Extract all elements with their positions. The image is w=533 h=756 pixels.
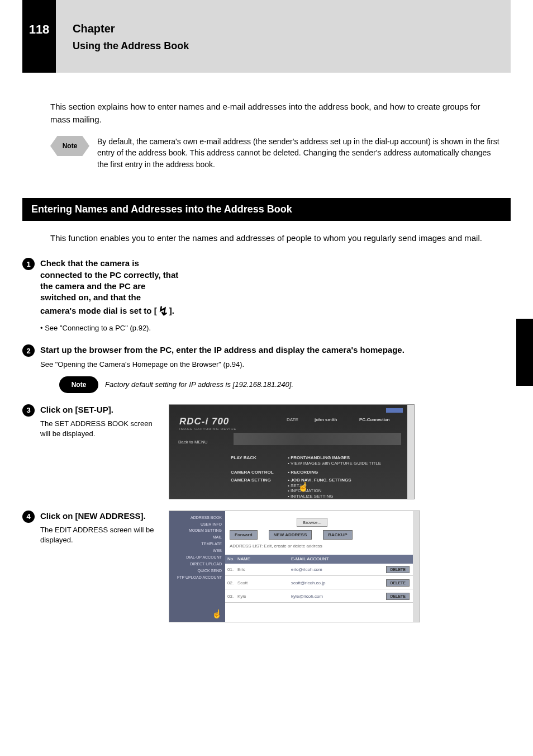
connect-mode-icon: ↯: [158, 304, 168, 318]
browse-button[interactable]: Browse...: [297, 518, 327, 527]
playback-link-2[interactable]: • VIEW IMAGES with CAPTURE GUIDE TITLE: [288, 461, 381, 466]
cell-name[interactable]: Eric: [237, 567, 291, 572]
sidebar-item-direct-upload[interactable]: DIRECT UPLOAD: [169, 561, 222, 568]
step-1-title: Check that the camera is connected to th…: [40, 258, 179, 320]
sidebar-item-mail[interactable]: MAIL: [169, 534, 222, 541]
delete-button[interactable]: DELETE: [386, 566, 410, 573]
sidebar-item-user-info[interactable]: USER INFO: [169, 521, 222, 528]
cell-email: eric@ricoh.com: [291, 567, 386, 572]
page-number: 118: [22, 22, 56, 37]
sidebar-item-template[interactable]: TEMPLATE: [169, 541, 222, 547]
scrollbar[interactable]: [407, 405, 414, 499]
pc-connection-link[interactable]: PC-Connection: [359, 417, 389, 422]
lang-badge: [386, 408, 403, 413]
sidebar-item-dialup-account[interactable]: DIAL-UP ACCOUNT: [169, 554, 222, 561]
chapter-subtitle: Using the Address Book: [73, 40, 189, 52]
backup-button[interactable]: BACKUP: [323, 530, 352, 540]
initialize-link[interactable]: INITIALIZE SETTING: [291, 494, 333, 499]
step-bullet-2: 2: [22, 344, 35, 357]
table-row: 02. Scott scott@ricoh.co.jp DELETE: [225, 577, 413, 589]
cursor-icon: ☝: [298, 481, 309, 492]
delete-button[interactable]: DELETE: [386, 593, 410, 600]
device-logo: RDC-i 700: [179, 416, 229, 427]
step-4-title: Click on [NEW ADDRESS].: [40, 511, 162, 522]
note-badge: Note: [50, 136, 89, 156]
screenshot-homepage: RDC-i 700 IMAGE CAPTURING DEVICE DATE jo…: [169, 404, 415, 499]
cell-no: 01.: [225, 567, 237, 572]
date-label: DATE: [287, 417, 298, 422]
forward-button[interactable]: Forward: [230, 530, 258, 540]
banner-images: [234, 433, 401, 445]
section-intro: This function enables you to enter the n…: [22, 232, 511, 245]
sidebar-item-modem-setting[interactable]: MODEM SETTING: [169, 527, 222, 534]
cursor-icon: ☝: [212, 609, 222, 619]
cell-email: scott@ricoh.co.jp: [291, 580, 386, 585]
sidebar-item-web[interactable]: WEB: [169, 547, 222, 554]
step-bullet-4: 4: [22, 511, 35, 523]
intro-paragraph: This section explains how to enter names…: [50, 101, 499, 126]
step-4-desc: The EDIT ADDRESS screen will be displaye…: [40, 525, 162, 545]
chapter-title: Chapter: [73, 22, 115, 35]
address-list-caption: ADDRESS LIST: Edit, create or delete add…: [230, 544, 322, 549]
step-bullet-3: 3: [22, 404, 35, 417]
new-address-button[interactable]: NEW ADDRESS: [269, 530, 312, 540]
table-row: 03. Kyle kyle@ricoh.com DELETE: [225, 590, 413, 603]
back-to-menu-link[interactable]: Back to MENU: [178, 440, 207, 445]
scrollbar[interactable]: [413, 511, 420, 622]
delete-button[interactable]: DELETE: [386, 579, 410, 587]
step-3-title: Click on [SET-UP].: [40, 404, 162, 415]
address-table-header: No. NAME E-MAIL ACCOUNT: [225, 555, 413, 564]
th-email: E-MAIL ACCOUNT: [291, 555, 413, 564]
sidebar-item-address-book[interactable]: ADDRESS BOOK: [169, 514, 222, 521]
screenshot-address-book: ADDRESS BOOK USER INFO MODEM SETTING MAI…: [169, 511, 420, 622]
row-camera-setting: CAMERA SETTING • JOB NAVI. FUNC. SETTING…: [231, 478, 351, 483]
step-1-title-b: ].: [169, 306, 174, 315]
th-no: No.: [225, 555, 237, 564]
step-2-note-text: Factory default setting for IP address i…: [105, 380, 293, 389]
camera-setting-label: CAMERA SETTING: [231, 478, 287, 483]
user-name: john smith: [315, 417, 337, 422]
recording-link[interactable]: RECORDING: [291, 470, 318, 475]
step-2-note-badge: Note: [59, 376, 98, 393]
step-2-desc: See "Opening the Camera's Homepage on th…: [40, 360, 511, 370]
chapter-header: 118 Chapter Using the Address Book: [22, 0, 511, 73]
row-camera-control: CAMERA CONTROL • RECORDING: [231, 470, 318, 475]
playback-link-1[interactable]: FRONT/HANDLING IMAGES: [291, 455, 350, 460]
table-row: 01. Eric eric@ricoh.com DELETE: [225, 564, 413, 576]
step-1-desc: • See "Connecting to a PC" (p.92).: [40, 323, 179, 333]
cell-name[interactable]: Scott: [237, 580, 291, 585]
cell-no: 02.: [225, 580, 237, 585]
camera-control-label: CAMERA CONTROL: [231, 470, 287, 475]
section-heading: Entering Names and Addresses into the Ad…: [22, 198, 511, 221]
step-2-title: Start up the browser from the PC, enter …: [40, 344, 511, 356]
note-text: By default, the camera's own e-mail addr…: [97, 136, 499, 170]
device-sublogo: IMAGE CAPTURING DEVICE: [179, 427, 236, 431]
step-3-desc: The SET ADDRESS BOOK screen will be disp…: [40, 419, 162, 439]
cell-name[interactable]: Kyle: [237, 594, 291, 599]
playback-label: PLAY BACK: [231, 455, 287, 460]
row-playback: PLAY BACK • FRONT/HANDLING IMAGES: [231, 455, 350, 460]
step-bullet-1: 1: [22, 258, 35, 270]
cell-email: kyle@ricoh.com: [291, 594, 386, 599]
sidebar-item-quick-send[interactable]: QUICK SEND: [169, 568, 222, 574]
sidebar-item-ftp-upload-account[interactable]: FTP UPLOAD ACCOUNT: [169, 574, 222, 581]
settings-sidebar: ADDRESS BOOK USER INFO MODEM SETTING MAI…: [169, 511, 225, 622]
cell-no: 03.: [225, 594, 237, 599]
side-tab: [516, 319, 533, 386]
th-name: NAME: [237, 555, 291, 564]
